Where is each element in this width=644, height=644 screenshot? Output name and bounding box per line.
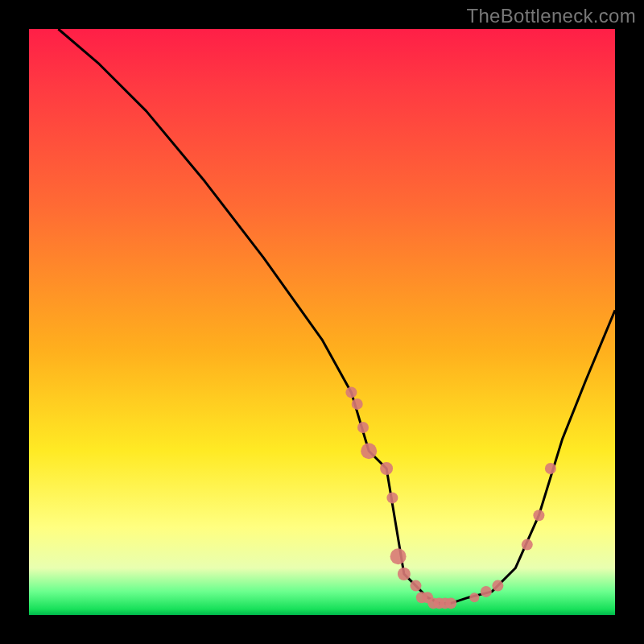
data-marker bbox=[386, 492, 398, 503]
data-marker bbox=[345, 386, 357, 398]
data-marker bbox=[481, 586, 492, 597]
chart-svg bbox=[0, 0, 644, 644]
data-marker bbox=[469, 592, 479, 602]
data-marker bbox=[398, 568, 411, 580]
data-marker bbox=[533, 510, 544, 521]
data-marker bbox=[411, 580, 422, 592]
data-marker bbox=[357, 422, 369, 433]
data-marker bbox=[361, 443, 377, 459]
data-marker bbox=[445, 597, 456, 609]
data-marker bbox=[522, 539, 533, 551]
curve-line bbox=[58, 29, 615, 603]
data-marker bbox=[352, 398, 363, 410]
data-marker bbox=[545, 463, 556, 474]
data-marker bbox=[380, 462, 393, 475]
data-marker bbox=[390, 548, 407, 564]
data-marker bbox=[492, 580, 503, 592]
